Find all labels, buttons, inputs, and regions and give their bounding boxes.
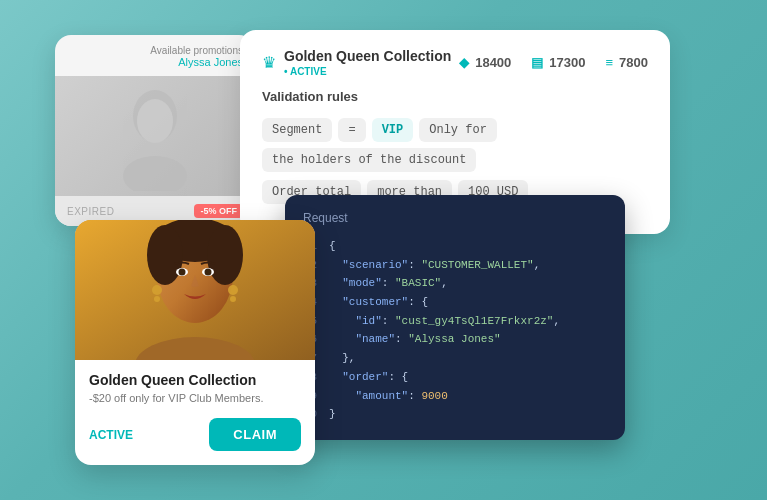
svg-point-2 (137, 99, 173, 143)
code-text-1: { (329, 237, 336, 256)
code-line-7: 7 }, (303, 349, 607, 368)
rule-equals: = (338, 118, 365, 142)
svg-point-1 (123, 156, 187, 191)
svg-point-7 (147, 225, 183, 285)
claim-button[interactable]: CLAIM (209, 418, 301, 451)
code-line-5: 5 "id": "cust_gy4TsQl1E7Frkxr2z", (303, 312, 607, 331)
svg-point-12 (205, 269, 212, 276)
rule-only-for: Only for (419, 118, 497, 142)
code-text-2: "scenario": "CUSTOMER_WALLET", (329, 256, 540, 275)
svg-point-13 (152, 285, 162, 295)
card-icon: ▤ (531, 55, 543, 70)
offer-content: Golden Queen Collection -$20 off only fo… (75, 360, 315, 465)
offer-description: -$20 off only for VIP Club Members. (89, 392, 301, 404)
user-name: Alyssa Jones (67, 56, 243, 68)
stat-value-3: 7800 (619, 55, 648, 70)
rules-row-1: Segment = VIP Only for the holders of th… (262, 118, 648, 172)
code-line-6: 6 "name": "Alyssa Jones" (303, 330, 607, 349)
collection-info: Golden Queen Collection • ACTIVE (284, 48, 451, 77)
rules-title: Validation rules (262, 89, 648, 104)
code-line-8: 8 "order": { (303, 368, 607, 387)
code-text-5: "id": "cust_gy4TsQl1E7Frkxr2z", (329, 312, 560, 331)
crown-icon: ♛ (262, 53, 276, 72)
active-badge: • ACTIVE (284, 66, 451, 77)
rule-segment: Segment (262, 118, 332, 142)
code-line-9: 9 "amount": 9000 (303, 387, 607, 406)
request-title: Request (303, 211, 607, 225)
code-text-10: } (329, 405, 336, 424)
code-line-2: 2 "scenario": "CUSTOMER_WALLET", (303, 256, 607, 275)
offer-image (75, 220, 315, 360)
svg-point-16 (230, 296, 236, 302)
code-text-7: }, (329, 349, 355, 368)
stat-diamonds: ◆ 18400 (459, 55, 511, 70)
stat-card: ▤ 17300 (531, 55, 585, 70)
code-text-3: "mode": "BASIC", (329, 274, 448, 293)
offer-title: Golden Queen Collection (89, 372, 301, 388)
validation-card-header: ♛ Golden Queen Collection • ACTIVE ◆ 184… (262, 48, 648, 77)
code-text-6: "name": "Alyssa Jones" (329, 330, 501, 349)
discount-badge: -5% OFF (194, 204, 243, 218)
code-line-10: 10 } (303, 405, 607, 424)
mobile-card-header: Available promotions Alyssa Jones (55, 35, 255, 76)
svg-point-10 (179, 269, 186, 276)
svg-point-8 (207, 225, 243, 285)
expired-label: EXPIRED (67, 206, 114, 217)
stat-value-1: 18400 (475, 55, 511, 70)
stats-section: ◆ 18400 ▤ 17300 ≡ 7800 (459, 55, 648, 70)
title-section: ♛ Golden Queen Collection • ACTIVE (262, 48, 451, 77)
mobile-promo-card: Available promotions Alyssa Jones EXPIRE… (55, 35, 255, 226)
request-card: Request 1 { 2 "scenario": "CUSTOMER_WALL… (285, 195, 625, 440)
rule-vip: VIP (372, 118, 414, 142)
stat-value-2: 17300 (549, 55, 585, 70)
mobile-card-image (55, 76, 255, 196)
list-icon: ≡ (605, 55, 613, 70)
code-text-8: "order": { (329, 368, 408, 387)
code-text-9: "amount": 9000 (329, 387, 448, 406)
face-silhouette-icon (115, 81, 195, 191)
rule-holders: the holders of the discount (262, 148, 476, 172)
offer-footer: ACTIVE CLAIM (89, 418, 301, 451)
collection-name: Golden Queen Collection (284, 48, 451, 64)
diamond-icon: ◆ (459, 55, 469, 70)
offer-card: Golden Queen Collection -$20 off only fo… (75, 220, 315, 465)
code-line-4: 4 "customer": { (303, 293, 607, 312)
code-line-1: 1 { (303, 237, 607, 256)
code-line-3: 3 "mode": "BASIC", (303, 274, 607, 293)
svg-point-14 (154, 296, 160, 302)
offer-active-status: ACTIVE (89, 428, 133, 442)
stat-list: ≡ 7800 (605, 55, 648, 70)
available-label: Available promotions (67, 45, 243, 56)
code-block: 1 { 2 "scenario": "CUSTOMER_WALLET", 3 "… (303, 237, 607, 424)
svg-point-15 (228, 285, 238, 295)
code-text-4: "customer": { (329, 293, 428, 312)
offer-image-svg (75, 220, 315, 360)
